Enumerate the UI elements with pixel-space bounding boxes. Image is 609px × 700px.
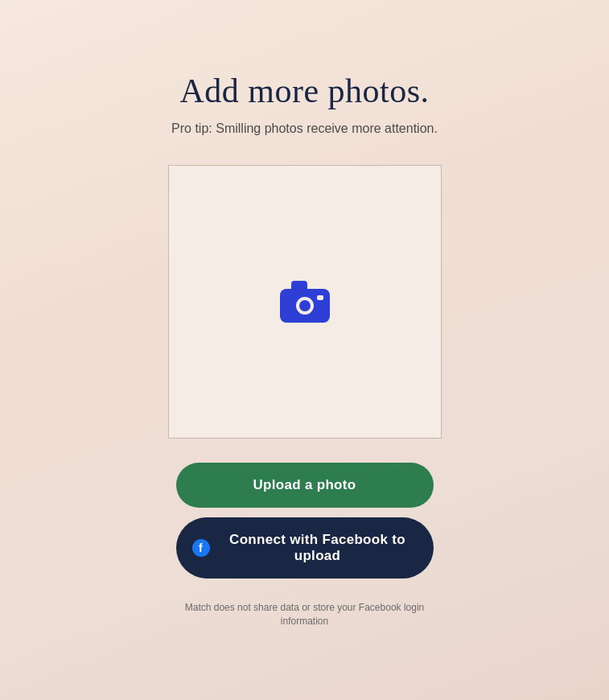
page-subtitle: Pro tip: Smilling photos receive more at… bbox=[171, 121, 438, 136]
page-container: Add more photos. Pro tip: Smilling photo… bbox=[72, 56, 538, 644]
camera-icon bbox=[280, 281, 330, 323]
disclaimer-text: Match does not share data or store your … bbox=[176, 601, 434, 628]
facebook-icon: f bbox=[192, 539, 210, 557]
page-title: Add more photos. bbox=[179, 72, 429, 110]
facebook-button-label: Connect with Facebook to upload bbox=[218, 532, 418, 564]
facebook-connect-button[interactable]: f Connect with Facebook to upload bbox=[176, 517, 434, 579]
buttons-container: Upload a photo f Connect with Facebook t… bbox=[176, 463, 434, 628]
upload-photo-button[interactable]: Upload a photo bbox=[176, 463, 434, 508]
photo-upload-area[interactable] bbox=[168, 165, 442, 439]
